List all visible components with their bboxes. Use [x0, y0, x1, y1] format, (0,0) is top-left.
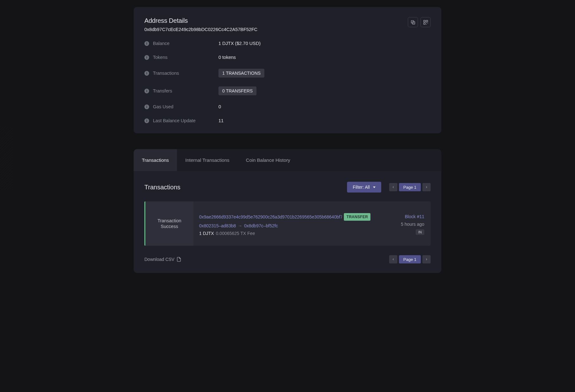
tabs-bar: Transactions Internal Transactions Coin … — [134, 149, 441, 171]
prev-page-button[interactable] — [389, 255, 397, 263]
status-line2: Success — [161, 224, 178, 229]
file-icon — [176, 256, 181, 262]
next-page-button[interactable] — [422, 183, 431, 191]
page-indicator: Page 1 — [399, 255, 421, 263]
filter-label: Filter: All — [353, 185, 370, 190]
last-balance-update-label: Last Balance Update — [153, 118, 196, 123]
info-icon[interactable]: i — [144, 55, 149, 60]
qrcode-button[interactable] — [420, 17, 431, 27]
tab-internal-transactions[interactable]: Internal Transactions — [177, 149, 237, 171]
arrow-icon: → — [238, 223, 242, 228]
chevron-left-icon — [392, 186, 395, 189]
qrcode-icon — [423, 20, 428, 25]
last-balance-update-value[interactable]: 11 — [218, 118, 224, 123]
page-indicator: Page 1 — [399, 183, 421, 191]
to-address-link[interactable]: 0x8db97c–bf52fc — [244, 223, 278, 228]
transactions-title: Transactions — [144, 184, 180, 191]
transfers-count-badge[interactable]: 0 TRANSFERS — [218, 86, 256, 95]
download-csv-link[interactable]: Download CSV — [144, 256, 181, 262]
direction-tag: IN — [416, 229, 424, 235]
transaction-status: Transaction Success — [145, 201, 193, 246]
address-details-card: Address Details 0x8db97C7cEcE249c2b98bDC… — [134, 7, 441, 133]
chevron-down-icon — [373, 187, 376, 188]
gas-used-label: Gas Used — [153, 104, 173, 109]
status-line1: Transaction — [157, 218, 181, 223]
filter-dropdown[interactable]: Filter: All — [347, 182, 381, 193]
transaction-row: Transaction Success 0x9ae2666d9337e4c99d… — [144, 201, 431, 246]
transaction-hash-link[interactable]: 0x9ae2666d9337e4c99d5e762900c26a3d9701b2… — [199, 214, 342, 219]
copy-button[interactable] — [408, 17, 418, 27]
info-icon[interactable]: i — [144, 118, 149, 123]
svg-rect-4 — [424, 22, 425, 24]
gas-used-value: 0 — [218, 104, 221, 109]
tab-coin-balance-history[interactable]: Coin Balance History — [238, 149, 299, 171]
tokens-value: 0 tokens — [218, 55, 236, 60]
transactions-count-badge[interactable]: 1 TRANSACTIONS — [218, 69, 264, 78]
balance-label: Balance — [153, 41, 169, 46]
pager-top: Page 1 — [389, 183, 431, 191]
chevron-left-icon — [392, 258, 395, 261]
tx-amount: 1 DJTX — [199, 231, 214, 236]
info-icon[interactable]: i — [144, 41, 149, 46]
transactions-label: Transactions — [153, 71, 179, 76]
chevron-right-icon — [425, 186, 428, 189]
info-icon[interactable]: i — [144, 71, 149, 76]
background-decoration — [0, 127, 13, 190]
from-address-link[interactable]: 0x802315–ad83b8 — [199, 223, 236, 228]
address-hash: 0x8db97C7cEcE249c2b98bDC0226Cc4C2A57BF52… — [144, 27, 257, 32]
block-link[interactable]: Block #11 — [405, 214, 424, 219]
pager-bottom: Page 1 — [389, 255, 431, 263]
balance-value: 1 DJTX ($2.70 USD) — [218, 41, 261, 46]
tx-time: 5 hours ago — [401, 222, 424, 227]
copy-icon — [410, 20, 416, 25]
info-icon[interactable]: i — [144, 89, 149, 93]
svg-rect-2 — [424, 20, 425, 22]
prev-page-button[interactable] — [389, 183, 397, 191]
info-icon[interactable]: i — [144, 104, 149, 109]
tokens-label: Tokens — [153, 55, 167, 60]
download-csv-label: Download CSV — [144, 257, 174, 262]
chevron-right-icon — [425, 258, 428, 261]
next-page-button[interactable] — [422, 255, 431, 263]
transfer-tag: TRANSFER — [344, 213, 370, 221]
page-title: Address Details — [144, 17, 257, 24]
svg-rect-3 — [426, 20, 427, 22]
tx-fee: 0.00065625 TX Fee — [216, 231, 255, 236]
tab-transactions[interactable]: Transactions — [134, 149, 177, 171]
transfers-label: Transfers — [153, 88, 172, 93]
